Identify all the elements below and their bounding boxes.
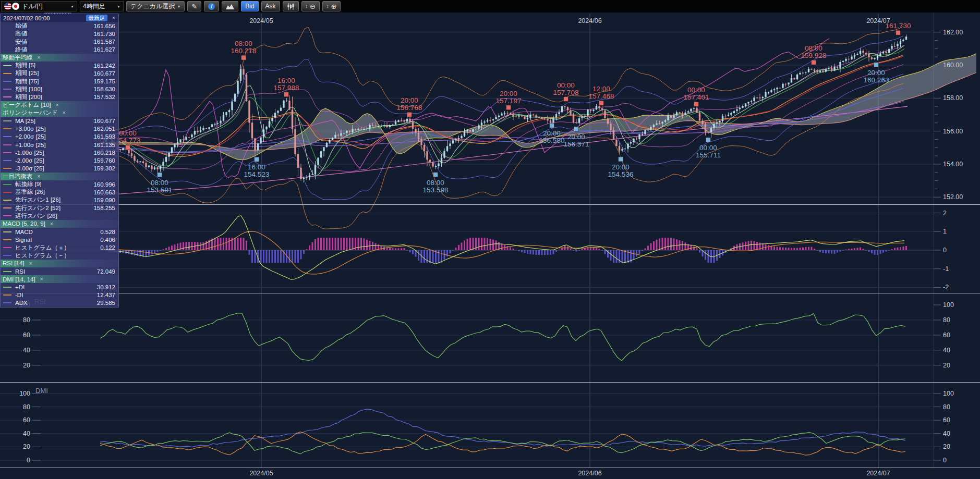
currency-pair-select[interactable]: ドル/円 ▼ — [1, 1, 77, 11]
candle-date-header: 2024/07/02 00:00 最新足 × — [1, 14, 118, 22]
draw-tool-button[interactable]: ✎ — [187, 1, 201, 11]
candle-body — [323, 147, 324, 151]
candle-body — [231, 102, 233, 110]
month-label-bottom: 2024/05 — [249, 470, 273, 477]
macd-histogram-bar — [398, 248, 400, 250]
macd-histogram-bar — [326, 238, 328, 250]
line-color-swatch — [3, 65, 11, 66]
price-label: 160.00 — [943, 62, 963, 69]
info-button[interactable]: i — [204, 1, 219, 11]
close-icon[interactable]: × — [61, 110, 67, 116]
bid-button[interactable]: Bid — [241, 1, 258, 11]
close-icon[interactable]: × — [54, 102, 61, 108]
macd-histogram-bar — [842, 250, 844, 251]
ask-button[interactable]: Ask — [261, 1, 280, 11]
candle-body — [369, 125, 370, 129]
candle-body — [538, 117, 540, 118]
indicator-value: 30.912 — [97, 284, 117, 290]
candle-body — [274, 113, 276, 118]
close-icon[interactable]: × — [36, 174, 42, 179]
zoom-out-button[interactable]: ↕⊖ — [301, 1, 320, 11]
close-icon[interactable]: × — [49, 221, 55, 227]
line-color-swatch — [3, 144, 11, 145]
macd-histogram-bar — [814, 249, 815, 250]
candle-body — [518, 116, 519, 117]
peak-marker — [564, 97, 568, 102]
candle-body — [263, 129, 264, 137]
macd-histogram-bar — [642, 250, 643, 251]
candle-body — [799, 73, 801, 75]
bottom-time-label: 16:00 — [248, 163, 265, 171]
candle-body — [257, 143, 259, 151]
candle-body — [868, 54, 869, 57]
close-icon[interactable]: × — [28, 261, 34, 266]
candle-body — [768, 92, 769, 93]
macd-histogram-bar — [785, 248, 787, 250]
candle-body — [443, 151, 445, 158]
candle-body — [320, 151, 322, 158]
macd-histogram-bar — [882, 250, 884, 253]
price-label: 162.00 — [943, 29, 963, 36]
macd-histogram-bar — [332, 238, 333, 250]
candle-body — [168, 153, 170, 157]
macd-histogram-bar — [647, 245, 649, 250]
candle-body — [833, 67, 835, 71]
peak-marker — [694, 102, 699, 106]
macd-histogram-bar — [874, 250, 876, 255]
candle-body — [472, 129, 474, 132]
candle-body — [788, 82, 789, 84]
chart-canvas[interactable]: 2024/052024/052024/062024/062024/072024/… — [0, 0, 980, 479]
candle-body — [475, 129, 477, 129]
macd-histogram-bar — [768, 245, 769, 250]
candle-body — [533, 115, 534, 115]
macd-histogram-bar — [191, 242, 193, 250]
macd-histogram-bar — [309, 245, 310, 250]
indicator-row: -DI 12.437 — [1, 291, 118, 299]
candle-body — [337, 135, 339, 136]
area-chart-icon — [226, 4, 234, 9]
dmi-axis-label: 0 — [943, 457, 947, 464]
macd-histogram-bar — [891, 249, 893, 250]
macd-histogram-bar — [375, 243, 377, 251]
indicator-value: 161.135 — [93, 142, 117, 148]
candle-body — [676, 112, 677, 115]
candle-body — [432, 162, 433, 166]
indicator-label: 期間 [5] — [15, 62, 35, 69]
indicator-label: -DI — [15, 292, 23, 298]
macd-histogram-bar — [593, 248, 595, 250]
candle-body — [529, 115, 531, 118]
macd-histogram-bar — [452, 250, 454, 251]
line-color-swatch — [3, 160, 11, 161]
macd-histogram-bar — [237, 238, 239, 250]
macd-histogram-bar — [501, 243, 503, 250]
bottom-marker — [874, 63, 879, 67]
close-icon[interactable]: × — [39, 276, 45, 282]
macd-histogram-bar — [260, 250, 262, 263]
line-color-swatch — [3, 255, 11, 256]
timeframe-select[interactable]: 4時間足 ▼ — [80, 1, 124, 11]
technical-select-button[interactable]: テクニカル選択 ▼ — [126, 1, 185, 11]
chevron-down-icon: ▼ — [70, 5, 74, 8]
indicator-label: ADX — [15, 300, 28, 306]
macd-histogram-bar — [886, 250, 887, 252]
candle-body — [357, 129, 359, 130]
macd-histogram-bar — [217, 238, 219, 250]
macd-histogram-bar — [515, 250, 517, 250]
candlestick-mode-button[interactable] — [283, 1, 299, 11]
zoom-in-button[interactable]: ↕⊕ — [322, 1, 341, 11]
line-color-swatch — [3, 239, 11, 240]
candle-body — [839, 62, 841, 68]
candle-body — [590, 109, 591, 111]
close-icon[interactable]: × — [36, 55, 42, 60]
candle-body — [171, 148, 173, 153]
peak-time-label: 12:00 — [592, 85, 610, 93]
indicator-row: MACD 0.528 — [1, 228, 118, 236]
indicator-row: 転換線 [9] 160.996 — [1, 180, 118, 188]
candle-body — [349, 131, 350, 132]
candle-body — [765, 92, 766, 97]
chart-style-button[interactable] — [222, 1, 238, 11]
indicator-row: 基準線 [26] 160.663 — [1, 188, 118, 196]
macd-histogram-bar — [788, 248, 790, 250]
close-icon[interactable]: × — [111, 15, 117, 21]
candle-body — [527, 118, 528, 119]
